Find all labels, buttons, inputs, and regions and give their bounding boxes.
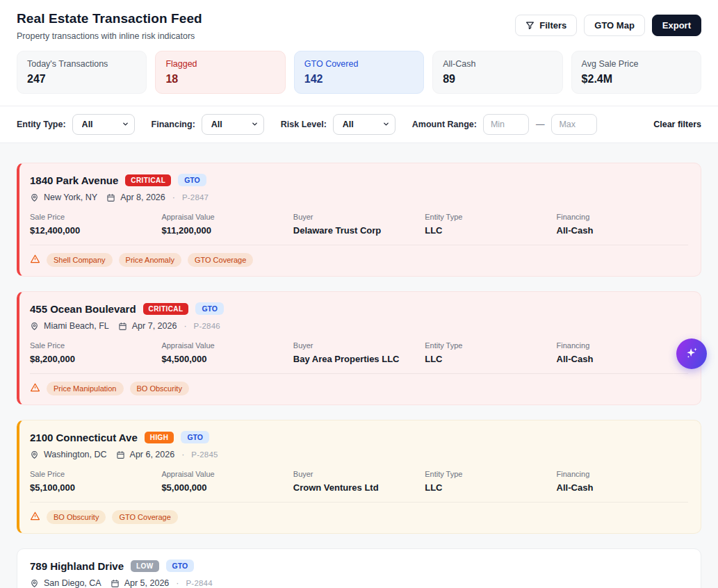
gto-badge: GTO: [178, 174, 206, 186]
entity-type-label: Entity Type:: [17, 120, 66, 129]
transaction-card[interactable]: 789 Highland Drive LOW GTO San Diego, CA…: [17, 548, 701, 588]
filter-bar: Entity Type: All Financing: All Risk Lev…: [0, 106, 718, 143]
card-title-row: 2100 Connecticut Ave HIGH GTO: [30, 431, 688, 443]
detail-label: Sale Price: [30, 470, 161, 478]
property-location: Washington, DC: [44, 450, 107, 459]
parcel-id: P-2846: [194, 322, 220, 330]
calendar-icon: [118, 322, 127, 331]
detail-label: Sale Price: [30, 213, 161, 221]
risk-flags-row: Shell Company Price Anomaly GTO Coverage: [30, 245, 688, 267]
risk-level-select[interactable]: All: [333, 114, 395, 135]
assistant-fab-button[interactable]: [676, 338, 707, 369]
detail-entity-type: Entity Type LLC: [425, 341, 556, 364]
funnel-icon: [525, 21, 535, 30]
detail-label: Buyer: [293, 341, 425, 350]
risk-flags-row: Price Manipulation BO Obscurity: [30, 373, 688, 395]
detail-label: Entity Type: [425, 341, 556, 350]
map-pin-icon: [30, 193, 39, 202]
header-actions: Filters GTO Map Export: [515, 15, 701, 36]
stat-flagged: Flagged 18: [155, 51, 285, 94]
amount-max-input[interactable]: [551, 114, 597, 135]
risk-flags-row: BO Obscurity GTO Coverage: [30, 502, 688, 524]
financing-select[interactable]: All: [202, 114, 264, 135]
detail-appraisal-value: Appraisal Value $11,200,000: [161, 213, 293, 236]
detail-label: Appraisal Value: [161, 213, 293, 221]
calendar-icon: [116, 450, 125, 459]
calendar-icon: [106, 193, 115, 202]
stat-label: Flagged: [165, 59, 275, 69]
card-meta-row: Washington, DC Apr 6, 2026 · P-2845: [30, 450, 688, 459]
transaction-card[interactable]: 2100 Connecticut Ave HIGH GTO Washington…: [17, 420, 701, 534]
detail-value: $5,000,000: [161, 482, 293, 493]
calendar-icon: [111, 579, 120, 588]
detail-value: LLC: [425, 354, 556, 364]
risk-flag-pill: GTO Coverage: [112, 510, 177, 524]
page-title: Real Estate Transaction Feed: [17, 11, 202, 26]
detail-buyer: Buyer Crown Ventures Ltd: [293, 470, 425, 493]
risk-badge: LOW: [131, 560, 159, 572]
transaction-card[interactable]: 1840 Park Avenue CRITICAL GTO New York, …: [17, 163, 701, 277]
sparkles-icon: [685, 346, 699, 362]
detail-value: Delaware Trust Corp: [293, 225, 425, 236]
detail-value: $8,200,000: [30, 354, 161, 364]
property-location: New York, NY: [44, 193, 97, 202]
amount-range-filter: Amount Range: —: [412, 114, 598, 135]
detail-label: Buyer: [293, 213, 425, 221]
stat-label: Avg Sale Price: [582, 59, 691, 69]
detail-value: All-Cash: [557, 482, 688, 493]
detail-value: $5,100,000: [30, 482, 161, 493]
detail-label: Entity Type: [425, 470, 556, 478]
detail-entity-type: Entity Type LLC: [425, 213, 556, 236]
detail-value: $12,400,000: [30, 225, 161, 236]
gto-badge: GTO: [195, 302, 224, 315]
property-address: 455 Ocean Boulevard: [30, 303, 136, 315]
parcel-id: P-2844: [186, 579, 213, 587]
export-button[interactable]: Export: [652, 15, 701, 36]
detail-value: $11,200,000: [161, 225, 293, 236]
card-meta-row: San Diego, CA Apr 5, 2026 · P-2844: [30, 578, 688, 588]
stat-value: 89: [443, 73, 552, 85]
transaction-card[interactable]: 455 Ocean Boulevard CRITICAL GTO Miami B…: [17, 291, 701, 405]
gto-badge: GTO: [166, 560, 195, 572]
meta-separator: ·: [183, 321, 186, 331]
clear-filters-link[interactable]: Clear filters: [653, 120, 701, 129]
detail-label: Financing: [557, 341, 688, 350]
detail-label: Entity Type: [425, 213, 556, 221]
card-details-grid: Sale Price $8,200,000 Appraisal Value $4…: [30, 341, 688, 364]
gto-map-button[interactable]: GTO Map: [584, 15, 645, 36]
card-details-grid: Sale Price $5,100,000 Appraisal Value $5…: [30, 470, 688, 493]
map-pin-icon: [30, 579, 39, 588]
property-address: 2100 Connecticut Ave: [30, 432, 138, 443]
detail-buyer: Buyer Delaware Trust Corp: [293, 213, 425, 236]
risk-level-label: Risk Level:: [281, 120, 327, 129]
card-meta-row: Miami Beach, FL Apr 7, 2026 · P-2846: [30, 321, 688, 331]
parcel-id: P-2847: [182, 193, 209, 202]
detail-sale-price: Sale Price $5,100,000: [30, 470, 161, 493]
filters-button[interactable]: Filters: [515, 15, 577, 36]
detail-sale-price: Sale Price $12,400,000: [30, 213, 161, 236]
stat-label: Today's Transactions: [27, 59, 136, 69]
detail-entity-type: Entity Type LLC: [425, 470, 556, 493]
risk-flag-pill: BO Obscurity: [47, 510, 106, 524]
risk-flag-pill: Price Manipulation: [47, 382, 124, 395]
warning-triangle-icon: [30, 254, 40, 267]
map-pin-icon: [30, 322, 39, 331]
amount-min-input[interactable]: [483, 114, 529, 135]
detail-value: All-Cash: [557, 225, 688, 236]
risk-flag-pill: Price Anomaly: [119, 253, 181, 267]
risk-flag-pill: BO Obscurity: [130, 382, 189, 395]
card-title-row: 1840 Park Avenue CRITICAL GTO: [30, 174, 688, 186]
gto-badge: GTO: [181, 431, 209, 443]
header-titles: Real Estate Transaction Feed Property tr…: [17, 11, 202, 41]
meta-separator: ·: [181, 450, 184, 459]
financing-label: Financing:: [152, 120, 195, 129]
detail-label: Appraisal Value: [161, 470, 293, 478]
entity-type-select[interactable]: All: [72, 114, 135, 135]
detail-label: Financing: [557, 470, 688, 478]
detail-financing: Financing All-Cash: [557, 470, 688, 493]
property-location: San Diego, CA: [44, 578, 101, 588]
detail-value: $4,500,000: [161, 354, 293, 364]
detail-label: Financing: [557, 213, 688, 221]
parcel-id: P-2845: [191, 450, 218, 459]
meta-separator: ·: [172, 193, 175, 202]
